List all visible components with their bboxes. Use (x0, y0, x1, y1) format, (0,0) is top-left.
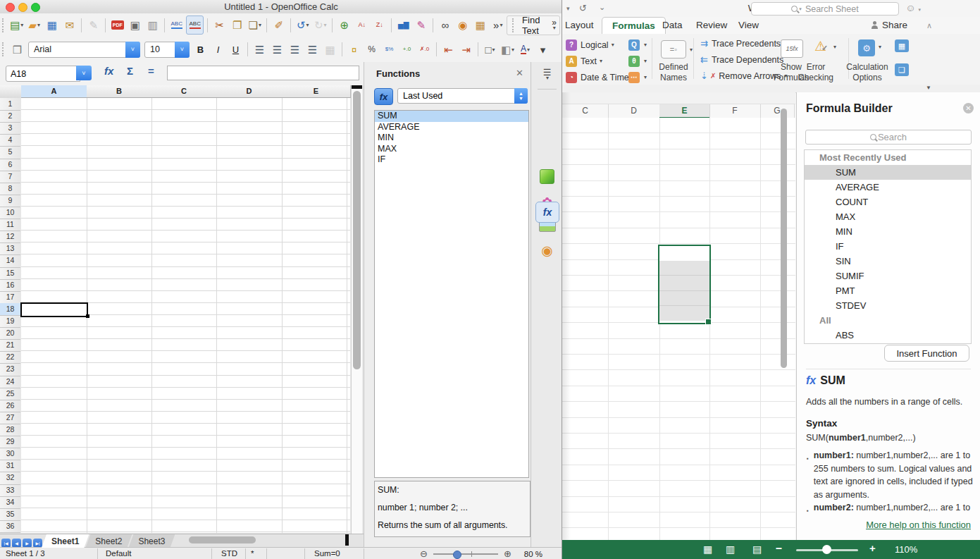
new-document[interactable]: ▤▾ (8, 16, 25, 34)
save[interactable]: ▦ (44, 16, 60, 34)
row-header-30[interactable]: 30 (0, 448, 20, 460)
row-header-27[interactable]: 27 (0, 412, 20, 424)
show-draw-functions[interactable]: ✎ (413, 16, 429, 34)
row-header-25[interactable]: 25 (0, 388, 20, 400)
xl-vscroll-thumb[interactable] (781, 109, 787, 368)
font-name-combobox[interactable]: Arial˅ (28, 42, 140, 58)
number-format-standard[interactable]: $% (381, 41, 397, 59)
row-header-3[interactable]: 3 (0, 122, 20, 135)
find-toolbar-overflow[interactable]: »▾ (552, 20, 557, 30)
align-justified[interactable]: ☰ (304, 41, 321, 59)
function-item-count[interactable]: COUNT (805, 195, 971, 209)
send-email[interactable]: ✉ (61, 16, 77, 34)
row-header-20[interactable]: 20 (0, 327, 20, 340)
zoom-level[interactable]: 110% (895, 544, 917, 555)
font-size-combobox[interactable]: 10˅ (144, 42, 190, 58)
last-sheet-button[interactable]: ▶| (33, 539, 42, 548)
more-functions[interactable]: ⋯▾ (628, 69, 647, 85)
fill-handle[interactable] (86, 314, 89, 318)
column-header-a[interactable]: A (21, 85, 87, 98)
row-header-23[interactable]: 23 (0, 363, 20, 376)
row-header-36[interactable]: 36 (0, 520, 20, 533)
dropdown-stepper-icon[interactable]: ▲▼ (514, 88, 528, 104)
text-functions[interactable]: AText▾ (566, 53, 635, 69)
column-header-e[interactable]: E (659, 104, 710, 118)
row-header-4[interactable]: 4 (0, 134, 20, 147)
row-header-15[interactable]: 15 (0, 267, 20, 280)
background-color[interactable]: ◧▾ (500, 41, 516, 59)
sum-icon[interactable]: Σ (127, 65, 133, 77)
tab-data[interactable]: Data (662, 20, 683, 30)
lookup-reference-functions[interactable]: Q▾ (628, 37, 647, 53)
sheet-tab-sheet2[interactable]: Sheet2 (85, 534, 132, 548)
expand-formula-bar-icon[interactable]: ▼ (926, 85, 931, 91)
calculation-options-icon[interactable]: ⚙ (858, 39, 875, 56)
row-header-14[interactable]: 14 (0, 254, 20, 267)
sort-ascending[interactable]: A↓ (354, 16, 370, 34)
error-checking-dropdown-icon[interactable]: ▾ (833, 44, 836, 50)
merge-cells[interactable]: ▦ (322, 41, 338, 59)
find-text-input[interactable]: Find Text (522, 15, 545, 36)
copy[interactable]: ❐ (229, 16, 245, 34)
column-header-d[interactable]: D (608, 104, 660, 118)
zoom-in-button[interactable]: + (869, 542, 876, 554)
split-window-handle[interactable] (352, 85, 362, 89)
row-header-31[interactable]: 31 (0, 460, 20, 472)
gallery[interactable]: ▦ (472, 16, 488, 34)
function-item-if[interactable]: IF (375, 154, 528, 166)
sidebar-menu-icon[interactable]: ☰▾ (531, 69, 563, 81)
xl-vertical-scrollbar[interactable] (779, 106, 788, 536)
column-header-g[interactable]: G (760, 104, 795, 118)
insert-chart[interactable]: ▅▇ (395, 16, 411, 34)
functions-tab-icon[interactable]: fx (535, 202, 559, 223)
calculation-options-button[interactable]: Calculation Options (843, 62, 892, 83)
insert-function-button[interactable]: Insert Function (884, 345, 969, 362)
row-header-16[interactable]: 16 (0, 279, 20, 292)
sheet-tab-sheet3[interactable]: Sheet3 (128, 534, 175, 548)
oo-vscroll-thumb[interactable] (353, 91, 361, 369)
row-header-6[interactable]: 6 (0, 159, 20, 171)
defined-names-button[interactable]: Defined Names (652, 62, 695, 83)
row-header-10[interactable]: 10 (0, 207, 20, 219)
toolbar-grip[interactable] (2, 42, 6, 56)
column-header-c[interactable]: C (151, 85, 217, 98)
sheet-tab-sheet1[interactable]: Sheet1 (42, 534, 89, 548)
row-header-18[interactable]: 18 (0, 303, 20, 316)
select-all-corner[interactable] (0, 85, 22, 99)
row-header-22[interactable]: 22 (0, 351, 20, 364)
zoom-out-button[interactable]: – (776, 542, 782, 555)
print[interactable]: ▣ (127, 16, 143, 34)
function-item-sum[interactable]: SUM (375, 111, 528, 122)
insert-function-icon[interactable]: fx (374, 88, 393, 105)
bold[interactable]: B (192, 41, 209, 59)
styles-window[interactable]: ❒ (9, 41, 25, 59)
function-item-sin[interactable]: SIN (805, 254, 971, 269)
oo-hscroll-thumb[interactable] (189, 536, 256, 543)
undo[interactable]: ↺▾ (294, 16, 311, 34)
row-header-5[interactable]: 5 (0, 146, 20, 159)
decrease-indent[interactable]: ⇤ (440, 41, 457, 59)
function-item-max[interactable]: MAX (375, 144, 528, 155)
tab-page-layout[interactable]: Layout (565, 20, 594, 30)
row-header-21[interactable]: 21 (0, 339, 20, 352)
function-item-max[interactable]: MAX (805, 209, 971, 224)
cut[interactable]: ✂ (211, 16, 228, 34)
zoom-in-icon[interactable]: ⊕ (504, 548, 511, 559)
row-header-17[interactable]: 17 (0, 291, 20, 304)
search-sheet-input[interactable]: ▾ Search Sheet (751, 2, 899, 16)
open-document[interactable]: ▰▾ (26, 16, 42, 34)
redo[interactable]: ↻▾ (312, 16, 328, 34)
function-item-min[interactable]: MIN (375, 133, 528, 144)
error-checking-button[interactable]: Error Checking (795, 62, 837, 83)
tab-view[interactable]: View (738, 20, 759, 30)
math-trig-functions[interactable]: θ▾ (628, 53, 647, 69)
page-style-status[interactable]: Default (106, 549, 131, 558)
function-wizard-icon[interactable]: fx (104, 65, 113, 77)
align-right[interactable]: ☰ (287, 41, 303, 59)
zoom-slider-thumb[interactable] (822, 545, 831, 554)
increase-indent[interactable]: ⇥ (458, 41, 474, 59)
defined-names-icon[interactable]: =◦▾ (661, 40, 686, 59)
column-header-b[interactable]: B (87, 85, 152, 98)
paste[interactable]: ❏▾ (247, 16, 263, 34)
properties-icon[interactable] (531, 169, 563, 184)
